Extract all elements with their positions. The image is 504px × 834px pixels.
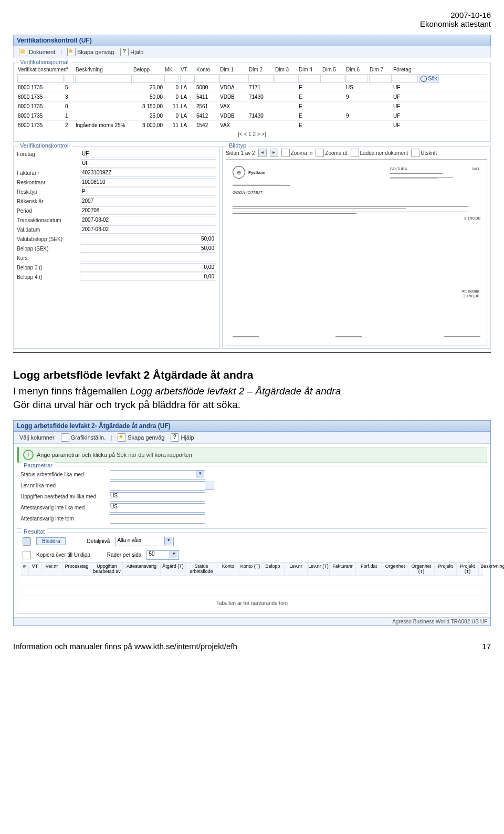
field-value[interactable]: 40231009ZZ bbox=[80, 169, 216, 177]
body-heading-block: Logg arbetsflöde levfakt 2 Åtgärdade åt … bbox=[13, 368, 491, 412]
detaljniva-select[interactable]: Alla nivåer bbox=[115, 537, 174, 546]
param-input[interactable]: US bbox=[110, 492, 205, 502]
filter-input[interactable] bbox=[393, 75, 418, 83]
field-value[interactable]: 200708 bbox=[80, 206, 216, 215]
param-input[interactable] bbox=[110, 470, 205, 479]
toolbar-help[interactable]: Hjälp bbox=[118, 47, 145, 57]
field-value[interactable] bbox=[80, 254, 216, 262]
star-icon bbox=[118, 433, 126, 442]
download-button[interactable]: Ladda ner dokument bbox=[351, 149, 408, 157]
filter-input[interactable] bbox=[17, 75, 64, 83]
screenshot-2: Logg arbetsflöde levfakt 2- Åtgärdade åt… bbox=[13, 420, 491, 627]
column-header bbox=[418, 66, 439, 73]
bladdra-button[interactable]: Bläddra bbox=[36, 537, 66, 545]
field-value[interactable]: P bbox=[80, 187, 216, 196]
field-row: FöretagUF bbox=[17, 150, 216, 158]
zoom-in-button[interactable]: Zooma in bbox=[281, 149, 313, 157]
journal-panel: Verifikationsjournal Verifikationsnummer… bbox=[13, 62, 491, 142]
table-row[interactable]: 8000 1735525,000LA5000VDDA7171EUSUF bbox=[17, 83, 487, 92]
page-header: 2007-10-16 Ekonomisk attestant bbox=[13, 11, 491, 28]
skapa-genvag-2[interactable]: Skapa genväg bbox=[116, 433, 166, 442]
table-row[interactable]: 8000 1735125,000LA5412VDDB71430E9UF bbox=[17, 111, 487, 121]
print-button[interactable]: Utskrift bbox=[411, 149, 437, 157]
filter-input[interactable] bbox=[164, 75, 179, 83]
filter-input[interactable] bbox=[248, 75, 274, 83]
valj-kolumner-button[interactable]: Välj kolumner bbox=[17, 434, 57, 441]
field-value[interactable]: 50,00 bbox=[80, 244, 216, 253]
result-column-header: Ver.nr bbox=[41, 562, 62, 576]
invoice-footer bbox=[233, 335, 480, 339]
toolbar-2: Välj kolumner Grafikinställn. | Skapa ge… bbox=[14, 432, 490, 444]
field-value[interactable]: 2007-08-02 bbox=[80, 216, 216, 224]
zoom-out-button[interactable]: Zooma ut bbox=[316, 149, 347, 157]
invoice-header-right: FAKTURASid 1 bbox=[390, 167, 479, 180]
result-column-header: Orgenhet (T) bbox=[408, 562, 435, 576]
field-value[interactable]: 2007-08-02 bbox=[80, 225, 216, 234]
field-value[interactable]: 0,00 bbox=[80, 273, 216, 281]
pager[interactable]: |< < 1 2 > >| bbox=[17, 130, 487, 138]
info-banner: i Ange parametrar och klicka på Sök när … bbox=[17, 447, 487, 463]
chart-icon bbox=[61, 433, 69, 442]
table-row[interactable]: 8000 17350-3 150,0011LA2561VAXEUF bbox=[17, 102, 487, 111]
field-value[interactable]: 0,00 bbox=[80, 263, 216, 272]
column-header: Dim 5 bbox=[321, 66, 345, 73]
verification-control-panel: Verifikationskontroll FöretagUFUFFaktura… bbox=[13, 146, 220, 349]
field-value[interactable]: 10008110 bbox=[80, 178, 216, 186]
column-header: Dim 6 bbox=[345, 66, 369, 73]
field-value[interactable]: 50,00 bbox=[80, 235, 216, 243]
result-column-header: Projekt bbox=[435, 562, 457, 576]
result-column-header: Status arbetsflöde bbox=[186, 562, 217, 576]
kopiera-button[interactable]: Kopiera över till Urklipp bbox=[36, 552, 90, 558]
field-label: Belopp 3 () bbox=[17, 265, 80, 270]
field-value[interactable]: UF bbox=[80, 159, 216, 168]
column-header: # bbox=[64, 66, 75, 73]
filter-input[interactable] bbox=[75, 75, 132, 83]
help-2[interactable]: Hjälp bbox=[169, 433, 196, 442]
search-button[interactable]: Sök bbox=[419, 75, 439, 83]
result-column-header: Orgenhet bbox=[382, 562, 408, 576]
filter-input[interactable] bbox=[298, 75, 321, 83]
field-value[interactable]: 2007 bbox=[80, 197, 216, 205]
table-row[interactable]: 8000 1735350,000LA5411VDDB71430E9UF bbox=[17, 92, 487, 102]
att-betala-label: Att betala bbox=[461, 289, 479, 294]
param-input[interactable]: US bbox=[110, 503, 205, 513]
column-header: Belopp bbox=[132, 66, 164, 73]
field-row: Belopp 4 ()0,00 bbox=[17, 273, 216, 281]
filter-input[interactable] bbox=[196, 75, 218, 83]
filter-input[interactable] bbox=[369, 75, 392, 83]
result-columns: #VTVer.nrProcesstegUppgiften bearbetad a… bbox=[20, 562, 484, 577]
result-column-header: VT bbox=[29, 562, 41, 576]
filter-input[interactable] bbox=[133, 75, 163, 83]
toolbar-skapa-genvag[interactable]: Skapa genväg bbox=[65, 47, 116, 57]
param-input[interactable] bbox=[110, 514, 205, 524]
params-legend: Parametrar bbox=[22, 462, 55, 468]
field-label: Transaktionsdatum bbox=[17, 217, 80, 223]
param-input[interactable] bbox=[110, 481, 205, 491]
footer-page-number: 17 bbox=[482, 642, 491, 651]
star-icon bbox=[67, 48, 76, 56]
next-page-button[interactable]: ▸ bbox=[270, 149, 278, 157]
prev-page-button[interactable]: ◂ bbox=[258, 149, 267, 157]
filter-input[interactable] bbox=[345, 75, 368, 83]
zoom-out-icon bbox=[316, 149, 324, 157]
filter-input[interactable] bbox=[275, 75, 297, 83]
filter-input[interactable] bbox=[219, 75, 247, 83]
field-label: Räkensk.år bbox=[17, 199, 80, 204]
filter-input[interactable] bbox=[65, 75, 74, 83]
dept-name: Fysikum bbox=[248, 170, 265, 175]
empty-table-message: Tabellen är för närvarande tom bbox=[20, 596, 484, 610]
filter-input[interactable] bbox=[322, 75, 344, 83]
field-value[interactable]: UF bbox=[80, 150, 216, 158]
filter-input[interactable] bbox=[180, 75, 195, 83]
result-column-header: Beskrivning bbox=[479, 562, 504, 576]
grafikinstalln-button[interactable]: Grafikinställn. bbox=[59, 433, 108, 442]
column-header: Verifikationsnummer bbox=[17, 66, 64, 73]
left-legend: Verifikationskontroll bbox=[18, 142, 72, 149]
result-column-header: Fakturanr bbox=[330, 562, 356, 576]
right-legend: Bildtyp bbox=[227, 142, 248, 149]
rader-select[interactable]: 50 bbox=[146, 550, 179, 560]
result-column-header: Attestansvarig bbox=[123, 562, 161, 576]
table-row[interactable]: 8000 17352Ingående moms 25%3 000,0011LA1… bbox=[17, 121, 487, 130]
toolbar-dokument[interactable]: Dokument bbox=[17, 47, 57, 57]
toolbar-1: Dokument | Skapa genväg Hjälp bbox=[13, 46, 491, 58]
